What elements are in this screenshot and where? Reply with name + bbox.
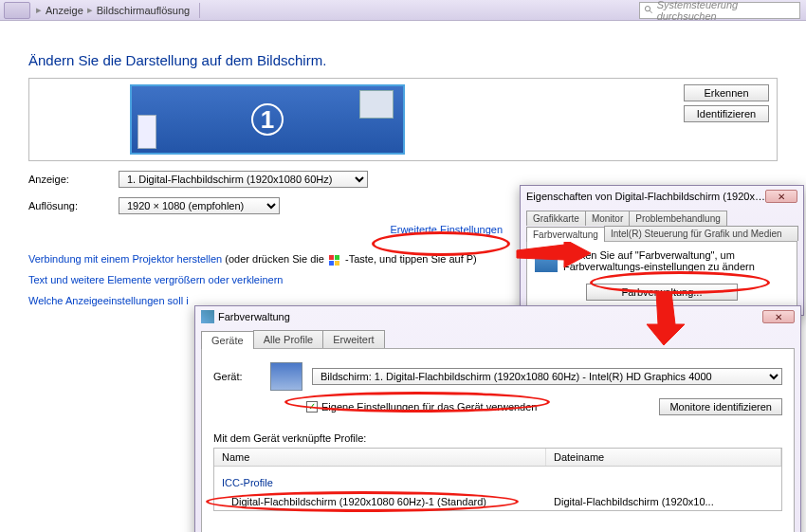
- table-header: Name Dateiname: [214, 449, 781, 467]
- close-button[interactable]: ✕: [762, 310, 795, 323]
- tab-alle-profile[interactable]: Alle Profile: [253, 330, 324, 348]
- detect-button[interactable]: Erkennen: [684, 84, 769, 101]
- nav-back-button[interactable]: [4, 2, 30, 19]
- projector-link[interactable]: Verbindung mit einem Projektor herstelle…: [28, 253, 222, 265]
- divider: [199, 3, 200, 18]
- monitor-preview[interactable]: 1: [130, 84, 405, 155]
- breadcrumb-item[interactable]: Anzeige: [46, 5, 83, 16]
- col-file[interactable]: Dateiname: [546, 449, 781, 466]
- monitor-icon: [270, 362, 302, 391]
- windows-key-icon: [329, 255, 340, 266]
- color-management-button[interactable]: Farbverwaltung...: [586, 284, 738, 301]
- identify-monitors-button[interactable]: Monitore identifizieren: [659, 398, 782, 415]
- projector-hint-a: (oder drücken Sie die: [222, 253, 327, 265]
- tabs: Geräte Alle Profile Erweitert: [195, 327, 800, 348]
- advanced-settings-link[interactable]: Erweiterte Einstellungen: [390, 224, 503, 235]
- search-placeholder: Systemsteuerung durchsuchen: [657, 0, 796, 22]
- titlebar[interactable]: Farbverwaltung ✕: [195, 306, 800, 327]
- profile-section: ICC-Profile: [214, 474, 546, 491]
- preview-window-1: [359, 90, 394, 119]
- tab-content: Gerät: Bildschirm: 1. Digital-Flachbilds…: [201, 348, 795, 532]
- tab-intel[interactable]: Intel(R) Steuerung für Grafik und Medien: [604, 226, 798, 241]
- table-row[interactable]: Digital-Flachbildschirm (1920x1080 60Hz)…: [214, 493, 781, 510]
- monitor-preview-box: 1 Erkennen Identifizieren: [28, 78, 778, 161]
- close-button[interactable]: ✕: [765, 190, 797, 203]
- search-icon: [644, 5, 654, 15]
- which-settings-link[interactable]: Welche Anzeigeeinstellungen soll i: [28, 295, 189, 306]
- display-properties-window: Eigenschaften von Digital-Flachbildschir…: [520, 185, 804, 316]
- own-settings-label: Eigene Einstellungen für das Gerät verwe…: [321, 401, 537, 413]
- tabs: Grafikkarte Monitor Problembehandlung Fa…: [521, 207, 803, 241]
- svg-line-1: [650, 10, 652, 13]
- preview-window-2: [137, 115, 156, 149]
- chevron-right-icon: ▸: [36, 4, 42, 16]
- device-label: Gerät:: [213, 371, 261, 382]
- search-input[interactable]: Systemsteuerung durchsuchen: [639, 2, 800, 19]
- display-label: Anzeige:: [28, 174, 119, 185]
- profile-name: Digital-Flachbildschirm (1920x1080 60Hz)…: [214, 493, 546, 510]
- color-management-icon: [535, 249, 558, 272]
- color-management-window: Farbverwaltung ✕ Geräte Alle Profile Erw…: [194, 305, 801, 532]
- titlebar[interactable]: Eigenschaften von Digital-Flachbildschir…: [521, 186, 803, 207]
- tab-content: Klicken Sie auf "Farbverwaltung", um Far…: [526, 241, 797, 309]
- breadcrumb-item[interactable]: Bildschirmauflösung: [97, 5, 190, 16]
- linked-profiles-label: Mit dem Gerät verknüpfte Profile:: [213, 432, 782, 444]
- tab-problembehandlung[interactable]: Problembehandlung: [629, 211, 727, 226]
- device-select[interactable]: Bildschirm: 1. Digital-Flachbildschirm (…: [312, 368, 782, 385]
- col-name[interactable]: Name: [214, 449, 546, 466]
- chevron-right-icon: ▸: [87, 4, 93, 16]
- svg-point-0: [645, 7, 650, 11]
- tab-farbverwaltung[interactable]: Farbverwaltung: [526, 227, 605, 242]
- profile-file: Digital-Flachbildschirm (1920x10...: [546, 493, 781, 510]
- text-size-link[interactable]: Text und weitere Elemente vergrößern ode…: [28, 274, 283, 285]
- explorer-address-bar: ▸ Anzeige ▸ Bildschirmauflösung Systemst…: [0, 0, 806, 21]
- display-select[interactable]: 1. Digital-Flachbildschirm (1920x1080 60…: [119, 171, 368, 188]
- own-settings-checkbox[interactable]: Eigene Einstellungen für das Gerät verwe…: [306, 401, 537, 413]
- breadcrumb[interactable]: ▸ Anzeige ▸ Bildschirmauflösung: [30, 4, 195, 16]
- tab-monitor[interactable]: Monitor: [585, 211, 630, 226]
- tab-erweitert[interactable]: Erweitert: [322, 330, 384, 348]
- resolution-label: Auflösung:: [28, 200, 119, 211]
- tab-grafikkarte[interactable]: Grafikkarte: [526, 211, 586, 226]
- resolution-select[interactable]: 1920 × 1080 (empfohlen): [119, 197, 280, 214]
- app-icon: [201, 310, 214, 323]
- page-title: Ändern Sie die Darstellung auf dem Bilds…: [28, 52, 787, 68]
- projector-hint-b: -Taste, und tippen Sie auf P): [342, 253, 477, 265]
- window-title: Farbverwaltung: [218, 311, 762, 322]
- info-text: Klicken Sie auf "Farbverwaltung", um Far…: [535, 249, 789, 278]
- checkbox-icon: [306, 401, 318, 413]
- profile-table: Name Dateiname ICC-Profile Digital-Flach…: [213, 448, 782, 511]
- monitor-number: 1: [251, 103, 284, 136]
- window-title: Eigenschaften von Digital-Flachbildschir…: [526, 191, 765, 202]
- identify-button[interactable]: Identifizieren: [684, 105, 769, 122]
- tab-geraete[interactable]: Geräte: [201, 331, 254, 349]
